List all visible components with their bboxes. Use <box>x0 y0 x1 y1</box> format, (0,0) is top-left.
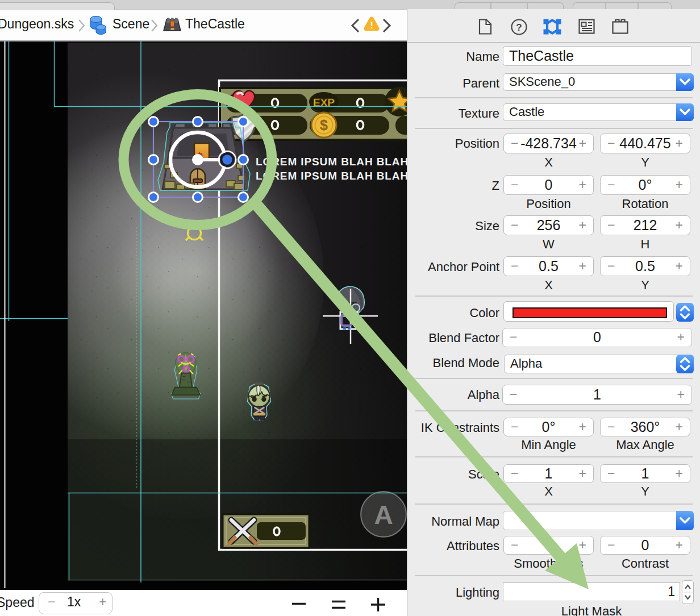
svg-text:LOREM IPSUM BLAH BLAH BLAH: LOREM IPSUM BLAH BLAH BLAH <box>256 170 407 182</box>
svg-text:LOREM IPSUM BLAH BLAH BLAH: LOREM IPSUM BLAH BLAH BLAH <box>256 156 407 168</box>
svg-text:$: $ <box>320 117 328 133</box>
svg-text:!: ! <box>370 20 373 31</box>
svg-text:A: A <box>374 500 393 530</box>
svg-text:?: ? <box>516 22 522 33</box>
